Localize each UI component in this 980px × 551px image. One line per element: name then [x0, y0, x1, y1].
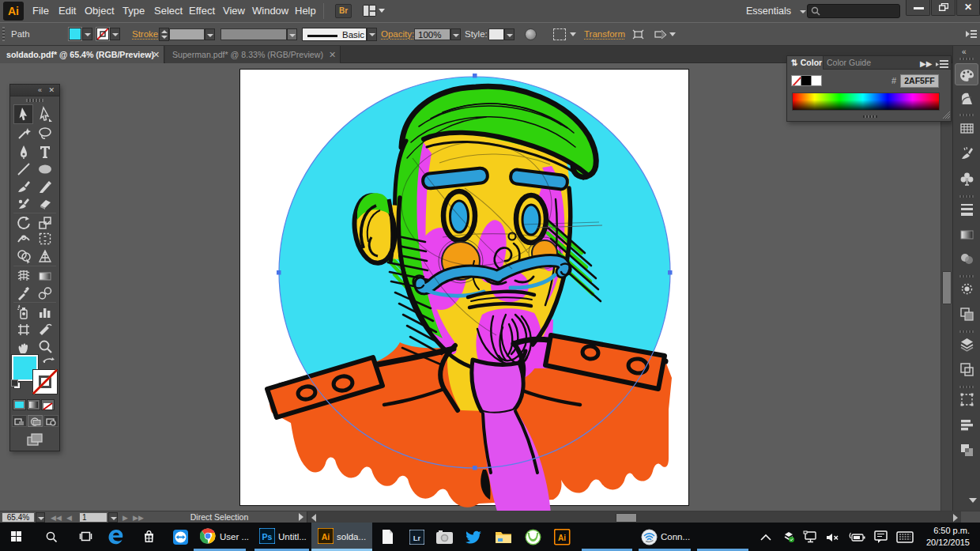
svg-text:Lr: Lr	[413, 534, 421, 542]
svg-text:Ai: Ai	[558, 534, 566, 542]
svg-text:Ps: Ps	[262, 532, 273, 542]
svg-text:Ai: Ai	[322, 532, 330, 542]
